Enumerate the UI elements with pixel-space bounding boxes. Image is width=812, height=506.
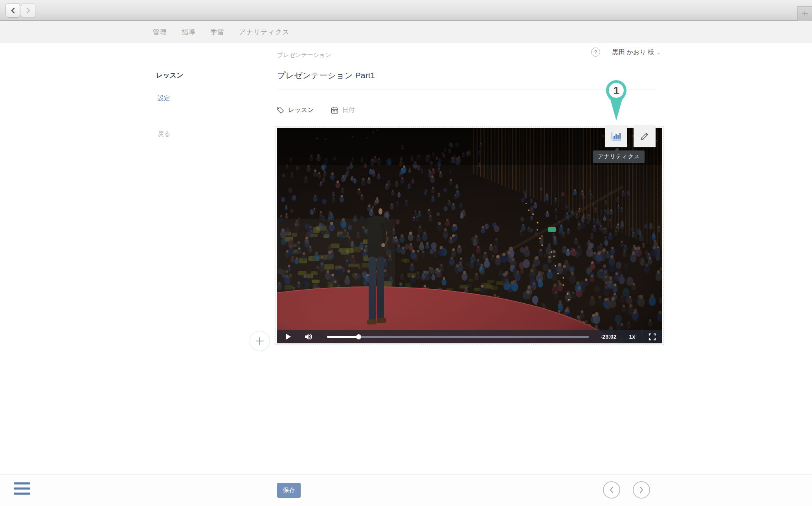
- add-content-button[interactable]: [250, 331, 270, 351]
- tag-row: レッスン 日付: [276, 106, 355, 114]
- fullscreen-icon: [648, 333, 656, 341]
- sidebar-item-back[interactable]: 戻る: [158, 130, 170, 138]
- sidebar-item-lesson[interactable]: レッスン: [156, 71, 184, 80]
- chevron-left-icon: [10, 7, 16, 14]
- tag-date-button[interactable]: 日付: [342, 106, 355, 114]
- calendar-icon: [331, 106, 339, 114]
- breadcrumb[interactable]: プレゼンテーション: [277, 51, 331, 59]
- hamburger-icon: [14, 482, 30, 484]
- user-name: 黒田 かおり 様: [612, 48, 654, 57]
- nav-item-instruction[interactable]: 指導: [182, 28, 196, 37]
- tag-icon: [276, 106, 285, 114]
- chevron-down-icon: ⌄: [657, 50, 660, 55]
- volume-button[interactable]: [304, 333, 313, 341]
- playback-speed-button[interactable]: 1x: [629, 334, 635, 340]
- progress-handle[interactable]: [356, 334, 361, 339]
- title-divider: [277, 90, 655, 90]
- browser-chrome: [0, 0, 812, 21]
- bar-chart-icon: [611, 132, 621, 141]
- page-title: プレゼンテーション Part1: [277, 70, 375, 81]
- pencil-icon: [639, 131, 650, 141]
- browser-forward-button[interactable]: [21, 3, 35, 18]
- help-icon[interactable]: ?: [591, 48, 600, 57]
- chevron-left-icon: [608, 486, 615, 493]
- plus-icon: [255, 336, 265, 346]
- annotation-pin-badge: 1: [605, 79, 628, 122]
- menu-button[interactable]: [14, 482, 30, 495]
- video-controls-bar: -23:02 1x: [277, 330, 662, 343]
- analytics-button[interactable]: [605, 125, 627, 147]
- sidebar-item-settings[interactable]: 設定: [158, 94, 170, 103]
- annotation-pin-number: 1: [613, 84, 619, 97]
- main-nav: 管理 指導 学習 アナリティクス: [153, 21, 290, 43]
- nav-item-analytics[interactable]: アナリティクス: [239, 28, 290, 37]
- nav-item-learning[interactable]: 学習: [210, 28, 224, 37]
- user-menu[interactable]: 黒田 かおり 様 ⌄: [612, 48, 660, 57]
- analytics-tooltip: アナリティクス: [593, 150, 645, 163]
- chevron-right-icon: [26, 7, 31, 14]
- progress-fill: [327, 336, 358, 338]
- speaker-icon: [304, 333, 313, 341]
- footer-bar: 保存: [0, 475, 812, 506]
- progress-bar[interactable]: [327, 336, 589, 338]
- app-navbar: 管理 指導 学習 アナリティクス ? 黒田 かおり 様 ⌄: [0, 21, 812, 43]
- fullscreen-button[interactable]: [648, 333, 656, 341]
- tag-lesson-button[interactable]: レッスン: [288, 106, 314, 114]
- nav-item-management[interactable]: 管理: [153, 28, 167, 37]
- browser-new-tab-button[interactable]: [797, 6, 812, 21]
- next-button[interactable]: [633, 481, 650, 499]
- chevron-right-icon: [638, 486, 645, 493]
- edit-button[interactable]: [634, 125, 656, 147]
- time-remaining: -23:02: [601, 334, 616, 340]
- plus-icon: [801, 10, 809, 18]
- play-button[interactable]: [286, 334, 291, 340]
- previous-button[interactable]: [603, 481, 620, 499]
- browser-back-button[interactable]: [6, 3, 20, 18]
- save-button[interactable]: 保存: [277, 483, 301, 498]
